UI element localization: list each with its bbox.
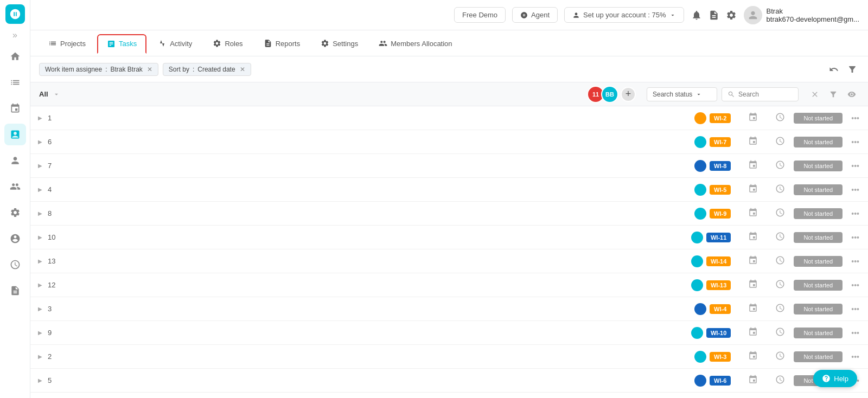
row-calendar-icon[interactable] [748, 303, 758, 314]
alert-icon[interactable] [691, 9, 703, 21]
sidebar-item-clock[interactable] [4, 254, 26, 275]
table-row[interactable]: ▶ 13 WI-14 Not started ••• [30, 249, 868, 273]
sidebar-item-settings[interactable] [4, 202, 26, 223]
tab-reports[interactable]: Reports [254, 34, 310, 52]
row-more-button[interactable]: ••• [847, 329, 864, 337]
table-row[interactable]: ▶ 9 WI-10 Not started ••• [30, 321, 868, 345]
status-dropdown[interactable]: Search status [647, 87, 717, 101]
row-more-button[interactable]: ••• [847, 305, 864, 313]
row-expand-icon[interactable]: ▶ [35, 187, 46, 192]
table-row[interactable]: ▶ 8 WI-9 Not started ••• [30, 202, 868, 226]
app-logo[interactable] [5, 4, 25, 24]
row-calendar-icon[interactable] [748, 184, 758, 195]
tab-tasks[interactable]: Tasks [97, 34, 146, 54]
free-demo-button[interactable]: Free Demo [454, 7, 506, 23]
sidebar-item-user2[interactable] [4, 228, 26, 249]
row-more-button[interactable]: ••• [847, 138, 864, 146]
row-calendar-icon[interactable] [748, 208, 758, 219]
row-expand-icon[interactable]: ▶ [35, 354, 46, 360]
row-expand-icon[interactable]: ▶ [35, 306, 46, 312]
visibility-icon[interactable] [844, 87, 859, 102]
tab-settings[interactable]: Settings [311, 34, 367, 52]
sidebar-expand[interactable]: » [12, 30, 17, 40]
sort-chip-close[interactable]: ✕ [240, 66, 245, 73]
document-icon[interactable] [708, 9, 720, 21]
table-row[interactable]: ▶ 4 WI-5 Not started ••• [30, 178, 868, 202]
row-calendar-icon[interactable] [748, 375, 758, 386]
row-more-button[interactable]: ••• [847, 162, 864, 170]
sidebar-item-team[interactable] [4, 176, 26, 197]
row-expand-icon[interactable]: ▶ [35, 210, 46, 216]
tab-activity[interactable]: Activity [149, 34, 201, 52]
user-profile[interactable]: Btrak btrak670-development@gm... [744, 6, 859, 24]
table-row[interactable]: ▶ 11 WI-12 Not started ••• [30, 393, 868, 398]
row-calendar-icon[interactable] [748, 136, 758, 147]
row-clock-icon[interactable] [775, 351, 785, 362]
table-row[interactable]: ▶ 1 WI-2 Not started ••• [30, 106, 868, 130]
undo-button[interactable] [827, 62, 841, 76]
row-expand-icon[interactable]: ▶ [35, 377, 46, 383]
settings-gear-icon[interactable] [725, 9, 737, 21]
sidebar-item-calendar[interactable] [4, 98, 26, 119]
row-expand-icon[interactable]: ▶ [35, 234, 46, 240]
tab-projects[interactable]: Projects [39, 34, 95, 52]
sidebar-item-tasks[interactable] [4, 124, 26, 145]
tab-members[interactable]: Members Allocation [369, 34, 461, 52]
row-clock-icon[interactable] [775, 112, 785, 124]
row-more-button[interactable]: ••• [847, 352, 864, 361]
row-more-button[interactable]: ••• [847, 209, 864, 218]
row-calendar-icon[interactable] [748, 327, 758, 338]
row-clock-icon[interactable] [775, 255, 785, 267]
row-clock-icon[interactable] [775, 327, 785, 338]
row-calendar-icon[interactable] [748, 112, 758, 124]
setup-account-button[interactable]: Set up your account : 75% [564, 7, 684, 23]
row-more-button[interactable]: ••• [847, 185, 864, 194]
row-calendar-icon[interactable] [748, 232, 758, 243]
table-row[interactable]: ▶ 10 WI-11 Not started ••• [30, 226, 868, 249]
row-clock-icon[interactable] [775, 375, 785, 386]
row-clock-icon[interactable] [775, 303, 785, 314]
row-expand-icon[interactable]: ▶ [35, 115, 46, 121]
row-more-button[interactable]: ••• [847, 233, 864, 242]
assignee-chip-close[interactable]: ✕ [147, 66, 152, 73]
sidebar-item-person[interactable] [4, 150, 26, 171]
filter-button[interactable] [845, 62, 859, 76]
row-expand-icon[interactable]: ▶ [35, 139, 46, 145]
row-clock-icon[interactable] [775, 279, 785, 291]
avatar-add-button[interactable]: + [621, 87, 636, 102]
row-expand-icon[interactable]: ▶ [35, 163, 46, 169]
row-clock-icon[interactable] [775, 136, 785, 147]
table-row[interactable]: ▶ 7 WI-8 Not started ••• [30, 154, 868, 178]
table-row[interactable]: ▶ 3 WI-4 Not started ••• [30, 297, 868, 321]
clear-search-icon[interactable] [807, 87, 822, 102]
row-expand-icon[interactable]: ▶ [35, 282, 46, 288]
agent-button[interactable]: Agent [512, 7, 558, 23]
row-expand-icon[interactable]: ▶ [35, 330, 46, 336]
sidebar-item-home[interactable] [4, 46, 26, 67]
help-button[interactable]: Help [813, 370, 857, 387]
row-expand-icon[interactable]: ▶ [35, 258, 46, 264]
tab-roles[interactable]: Roles [203, 34, 252, 52]
table-row[interactable]: ▶ 12 WI-13 Not started ••• [30, 273, 868, 297]
row-calendar-icon[interactable] [748, 279, 758, 291]
row-calendar-icon[interactable] [748, 160, 758, 171]
sort-filter-chip[interactable]: Sort by : Created date ✕ [163, 63, 251, 76]
table-row[interactable]: ▶ 2 WI-3 Not started ••• [30, 345, 868, 369]
avatar-chip-teal[interactable]: BB [601, 86, 618, 103]
row-calendar-icon[interactable] [748, 351, 758, 362]
table-row[interactable]: ▶ 5 WI-6 Not started ••• [30, 369, 868, 393]
filter-rows-icon[interactable] [826, 87, 841, 102]
sidebar-item-reports[interactable] [4, 280, 26, 301]
row-more-button[interactable]: ••• [847, 114, 864, 123]
sidebar-item-analytics[interactable] [4, 72, 26, 93]
assignee-filter-chip[interactable]: Work item assignee : Btrak Btrak ✕ [39, 63, 158, 76]
row-clock-icon[interactable] [775, 208, 785, 219]
row-more-button[interactable]: ••• [847, 257, 864, 266]
row-clock-icon[interactable] [775, 160, 785, 171]
table-row[interactable]: ▶ 6 WI-7 Not started ••• [30, 130, 868, 154]
row-more-button[interactable]: ••• [847, 281, 864, 290]
row-calendar-icon[interactable] [748, 255, 758, 267]
row-clock-icon[interactable] [775, 232, 785, 243]
row-clock-icon[interactable] [775, 184, 785, 195]
search-input[interactable] [738, 91, 793, 98]
